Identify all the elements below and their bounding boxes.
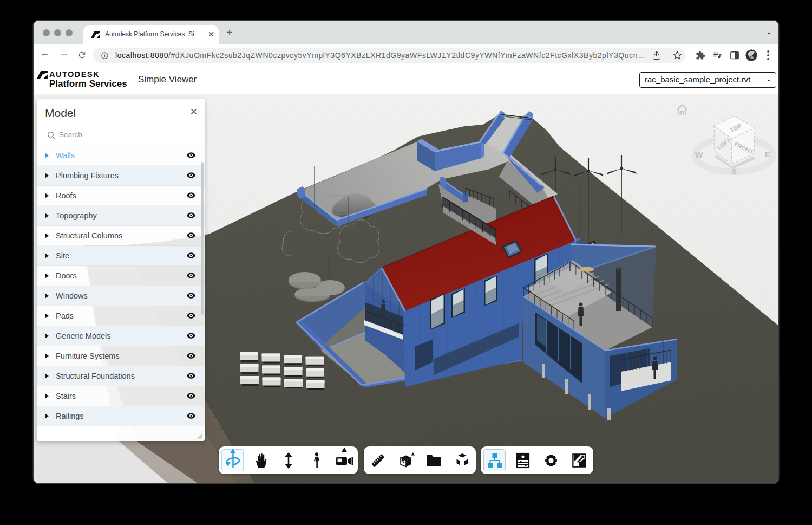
svg-text:E: E: [765, 150, 770, 159]
svg-text:W: W: [695, 150, 703, 159]
